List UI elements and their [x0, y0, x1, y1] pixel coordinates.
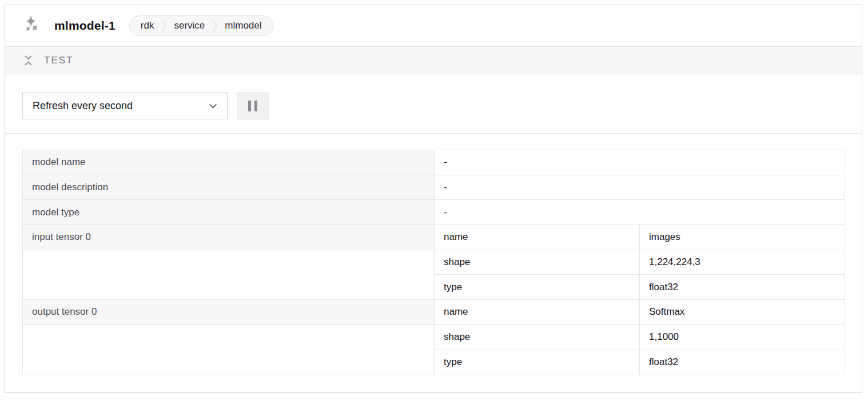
- tensor-field-key: shape: [435, 325, 640, 350]
- breadcrumb: rdk service mlmodel: [129, 15, 273, 36]
- tensor-field-key: name: [435, 225, 640, 250]
- tensor-field-key: type: [435, 275, 640, 300]
- card-header: mlmodel-1 rdk service mlmodel: [5, 5, 862, 47]
- table-row-label: model name: [23, 150, 435, 175]
- refresh-interval-select[interactable]: Refresh every second: [22, 92, 228, 119]
- chevron-down-icon: [209, 103, 217, 109]
- tensor-field-value: float32: [640, 350, 845, 375]
- breadcrumb-item-service: service: [174, 20, 205, 31]
- table-row-label-spacer: [23, 325, 435, 375]
- chevron-right-icon: [161, 18, 166, 34]
- test-panel-body: model name - model description - model t…: [5, 134, 862, 375]
- tensor-field-value: images: [640, 225, 845, 250]
- test-section-label: TEST: [44, 55, 73, 66]
- table-row-label: input tensor 0: [23, 225, 435, 250]
- chevron-right-icon: [212, 18, 217, 34]
- table-row-value: -: [435, 175, 845, 201]
- table-row-value: -: [435, 150, 845, 175]
- pause-icon: [248, 101, 257, 111]
- model-metadata-table: model name - model description - model t…: [22, 150, 845, 375]
- tensor-field-value: 1,224,224,3: [640, 250, 845, 275]
- refresh-interval-value: Refresh every second: [33, 100, 133, 112]
- mlmodel-service-card: mlmodel-1 rdk service mlmodel TEST Refre…: [5, 5, 862, 393]
- page-title: mlmodel-1: [54, 19, 116, 33]
- tensor-field-value: Softmax: [640, 300, 845, 325]
- tensor-field-value: 1,1000: [640, 325, 845, 350]
- test-controls: Refresh every second: [5, 74, 862, 134]
- tensor-field-value: float32: [640, 275, 845, 300]
- table-row-label: output tensor 0: [23, 300, 435, 325]
- table-row-value: -: [435, 200, 845, 225]
- sparkles-icon: [22, 15, 42, 37]
- test-section-bar: TEST: [5, 47, 862, 74]
- tensor-field-key: shape: [435, 250, 640, 275]
- table-row-label: model type: [23, 200, 435, 225]
- table-row-label-spacer: [23, 250, 435, 300]
- collapse-chevrons-icon[interactable]: [22, 53, 34, 68]
- breadcrumb-item-mlmodel: mlmodel: [225, 20, 261, 31]
- breadcrumb-item-rdk: rdk: [141, 20, 154, 31]
- tensor-field-key: type: [435, 350, 640, 375]
- tensor-field-key: name: [435, 300, 640, 325]
- pause-refresh-button[interactable]: [237, 92, 269, 120]
- table-row-label: model description: [23, 175, 435, 201]
